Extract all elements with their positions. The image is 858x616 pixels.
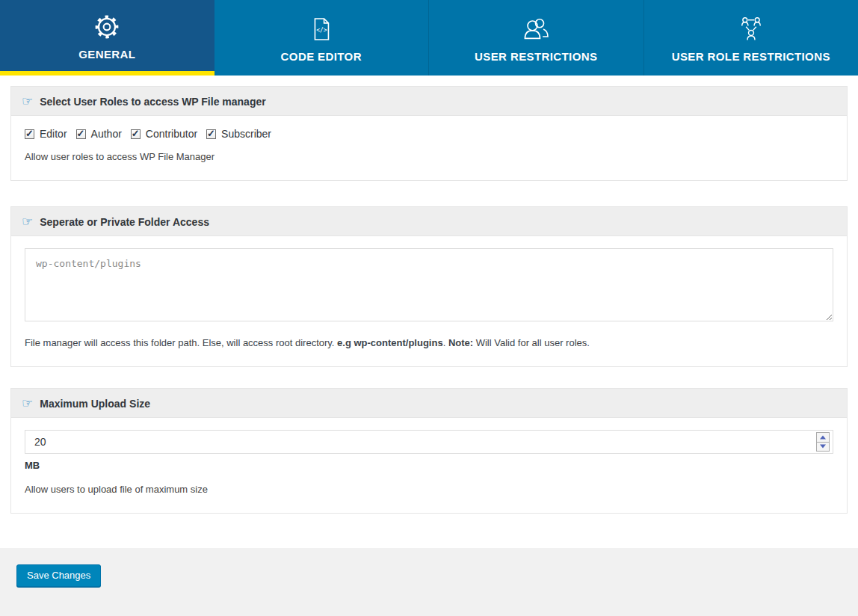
spinner-down-button[interactable] bbox=[816, 443, 830, 452]
tab-general-label: GENERAL bbox=[78, 48, 135, 61]
tab-user-restrictions-label: USER RESTRICTIONS bbox=[475, 50, 597, 63]
footer-bar: Save Changes bbox=[0, 548, 858, 616]
section-folder-access-header: ☞ Seperate or Private Folder Access bbox=[11, 207, 847, 236]
section-max-upload-size: ☞ Maximum Upload Size MB Allow users to … bbox=[10, 388, 848, 514]
upload-size-unit-label: MB bbox=[25, 460, 833, 471]
svg-text:</>: </> bbox=[316, 26, 327, 34]
note-example-bold: e.g wp-content/plugins bbox=[337, 337, 443, 348]
pointing-hand-icon: ☞ bbox=[22, 215, 33, 228]
gear-icon bbox=[93, 11, 121, 41]
note-text: . bbox=[443, 337, 448, 348]
note-label-bold: Note: bbox=[448, 337, 473, 348]
pointing-hand-icon: ☞ bbox=[22, 397, 33, 410]
upload-size-description: Allow users to upload file of maximum si… bbox=[25, 484, 833, 495]
code-file-icon: </> bbox=[308, 13, 335, 43]
editor-checkbox-label[interactable]: Editor bbox=[40, 128, 67, 140]
section-max-upload-size-header: ☞ Maximum Upload Size bbox=[11, 389, 847, 418]
section-user-roles-body: Editor Author Contributor Subscriber All… bbox=[11, 116, 847, 180]
note-text: Will Valid for all user roles. bbox=[473, 337, 590, 348]
pointing-hand-icon: ☞ bbox=[22, 95, 33, 108]
tab-user-role-restrictions[interactable]: USER ROLE RESTRICTIONS bbox=[644, 0, 858, 76]
folder-path-textarea[interactable] bbox=[25, 248, 833, 321]
users-icon bbox=[520, 13, 552, 43]
tab-general[interactable]: GENERAL bbox=[0, 0, 214, 76]
role-author: Author bbox=[76, 128, 122, 140]
subscriber-checkbox-label[interactable]: Subscriber bbox=[221, 128, 271, 140]
role-contributor: Contributor bbox=[131, 128, 197, 140]
upload-size-input[interactable] bbox=[25, 430, 833, 454]
section-folder-access: ☞ Seperate or Private Folder Access File… bbox=[10, 206, 848, 367]
note-text: File manager will access this folder pat… bbox=[25, 337, 337, 348]
user-hierarchy-icon bbox=[736, 13, 766, 43]
spinner-up-button[interactable] bbox=[816, 432, 830, 443]
folder-access-note: File manager will access this folder pat… bbox=[25, 337, 833, 348]
role-subscriber: Subscriber bbox=[206, 128, 271, 140]
tab-code-editor-label: CODE EDITOR bbox=[281, 50, 362, 63]
section-user-roles: ☞ Select User Roles to access WP File ma… bbox=[10, 86, 848, 181]
role-editor: Editor bbox=[25, 128, 67, 140]
section-user-roles-header: ☞ Select User Roles to access WP File ma… bbox=[11, 87, 847, 116]
author-checkbox[interactable] bbox=[76, 129, 86, 139]
contributor-checkbox[interactable] bbox=[131, 129, 141, 139]
tab-code-editor[interactable]: </> CODE EDITOR bbox=[214, 0, 429, 76]
user-roles-description: Allow user roles to access WP File Manag… bbox=[25, 151, 833, 162]
section-max-upload-size-title: Maximum Upload Size bbox=[40, 398, 150, 410]
section-user-roles-title: Select User Roles to access WP File mana… bbox=[40, 96, 265, 108]
section-folder-access-title: Seperate or Private Folder Access bbox=[40, 216, 209, 228]
contributor-checkbox-label[interactable]: Contributor bbox=[146, 128, 197, 140]
settings-tabbar: GENERAL </> CODE EDITOR USER RESTRICTION… bbox=[0, 0, 858, 76]
tab-user-role-restrictions-label: USER ROLE RESTRICTIONS bbox=[672, 50, 830, 63]
subscriber-checkbox[interactable] bbox=[206, 129, 216, 139]
tab-user-restrictions[interactable]: USER RESTRICTIONS bbox=[428, 0, 644, 76]
editor-checkbox[interactable] bbox=[25, 129, 34, 139]
settings-content: ☞ Select User Roles to access WP File ma… bbox=[0, 76, 858, 548]
upload-size-input-wrap bbox=[25, 430, 833, 454]
save-changes-button[interactable]: Save Changes bbox=[16, 564, 101, 587]
role-checkbox-row: Editor Author Contributor Subscriber bbox=[25, 128, 833, 140]
section-max-upload-size-body: MB Allow users to upload file of maximum… bbox=[11, 418, 847, 513]
author-checkbox-label[interactable]: Author bbox=[91, 128, 122, 140]
number-spinner bbox=[816, 432, 830, 452]
section-folder-access-body: File manager will access this folder pat… bbox=[11, 236, 847, 366]
